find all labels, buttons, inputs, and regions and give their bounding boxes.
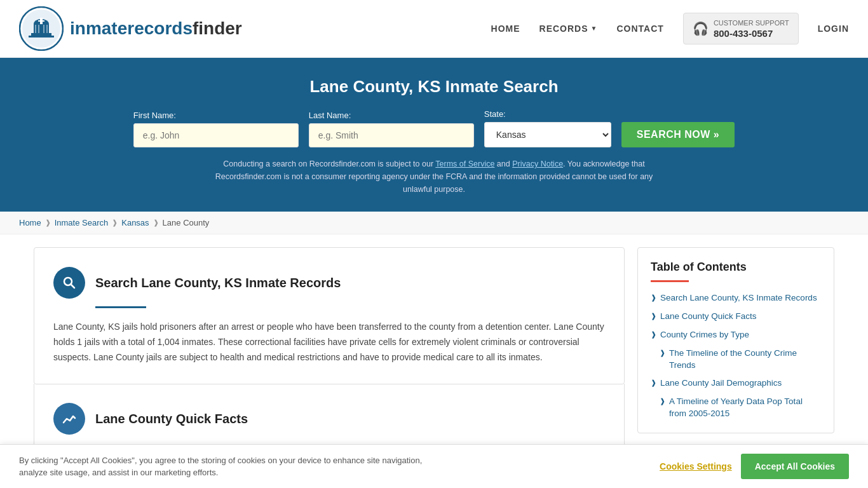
section1-underline — [95, 306, 146, 308]
table-of-contents: Table of Contents ❱ Search Lane County, … — [637, 247, 834, 433]
breadcrumb-sep-1: ❱ — [45, 219, 51, 227]
toc-chevron-2: ❱ — [651, 312, 656, 320]
svg-rect-9 — [38, 25, 39, 33]
section1-title: Search Lane County, KS Inmate Records — [95, 276, 341, 290]
search-button[interactable]: SEARCH NOW » — [621, 122, 735, 147]
nav-login[interactable]: LOGIN — [818, 24, 849, 34]
customer-support-label: CUSTOMER SUPPORT — [714, 18, 789, 27]
breadcrumb-kansas[interactable]: Kansas — [121, 218, 149, 227]
site-header: inmaterecordsfinder HOME RECORDS ▼ CONTA… — [0, 0, 868, 58]
breadcrumb-sep-2: ❱ — [112, 219, 118, 227]
toc-chevron-6: ❱ — [660, 397, 665, 405]
toc-link-1[interactable]: Search Lane County, KS Inmate Records — [660, 292, 817, 304]
state-select[interactable]: Kansas Alabama Alaska Arizona California… — [484, 122, 611, 147]
accept-cookies-button[interactable]: Accept All Cookies — [741, 454, 849, 468]
last-name-group: Last Name: — [309, 111, 474, 147]
logo-text-part1: inmaterecords — [70, 18, 193, 38]
toc-link-4[interactable]: The Timeline of the County Crime Trends — [669, 348, 821, 372]
logo-text-part2: finder — [193, 18, 242, 38]
breadcrumb-lane-county: Lane County — [163, 218, 210, 227]
main-nav: HOME RECORDS ▼ CONTACT 🎧 CUSTOMER SUPPOR… — [491, 13, 849, 44]
privacy-link[interactable]: Privacy Notice — [512, 159, 563, 168]
svg-rect-8 — [35, 25, 36, 33]
toc-underline — [651, 280, 689, 282]
first-name-group: First Name: — [133, 111, 299, 147]
section2-header: Lane County Quick Facts — [53, 403, 605, 435]
section2-title: Lane County Quick Facts — [95, 412, 248, 426]
toc-item-3: ❱ County Crimes by Type — [651, 329, 821, 341]
breadcrumb: Home ❱ Inmate Search ❱ Kansas ❱ Lane Cou… — [0, 212, 868, 234]
main-left: Search Lane County, KS Inmate Records La… — [34, 247, 625, 456]
search-form: First Name: Last Name: State: Kansas Ala… — [13, 109, 855, 147]
last-name-input[interactable] — [309, 123, 474, 147]
search-icon — [62, 275, 77, 290]
toc-chevron-4: ❱ — [660, 349, 665, 357]
hero-disclaimer: Conducting a search on Recordsfinder.com… — [205, 158, 663, 196]
headset-icon: 🎧 — [693, 21, 709, 36]
cookie-text: By clicking "Accept All Cookies", you ag… — [19, 454, 451, 469]
customer-support-box: 🎧 CUSTOMER SUPPORT 800-433-0567 — [683, 13, 799, 44]
section-inmate-records: Search Lane County, KS Inmate Records La… — [34, 247, 625, 384]
toc-link-3[interactable]: County Crimes by Type — [660, 329, 749, 341]
section1-body: Lane County, KS jails hold prisoners aft… — [53, 320, 605, 365]
nav-contact[interactable]: CONTACT — [616, 24, 663, 34]
first-name-input[interactable] — [133, 123, 299, 147]
toc-link-6[interactable]: A Timeline of Yearly Data Pop Total from… — [669, 396, 821, 420]
hero-section: Lane County, KS Inmate Search First Name… — [0, 58, 868, 212]
cookie-settings-button[interactable]: Cookies Settings — [660, 461, 732, 468]
toc-item-1: ❱ Search Lane County, KS Inmate Records — [651, 292, 821, 304]
svg-rect-11 — [46, 25, 48, 33]
logo-area: inmaterecordsfinder — [19, 6, 242, 51]
chart-icon — [62, 411, 77, 426]
svg-rect-4 — [31, 33, 51, 36]
logo-text: inmaterecordsfinder — [70, 18, 242, 39]
nav-records[interactable]: RECORDS ▼ — [539, 24, 598, 34]
toc-link-5[interactable]: Lane County Jail Demographics — [660, 377, 782, 390]
search-icon-circle — [53, 267, 85, 299]
section1-header: Search Lane County, KS Inmate Records — [53, 267, 605, 299]
nav-home[interactable]: HOME — [491, 24, 520, 34]
state-group: State: Kansas Alabama Alaska Arizona Cal… — [484, 109, 611, 147]
cookie-buttons: Cookies Settings Accept All Cookies — [660, 454, 849, 468]
svg-rect-7 — [38, 20, 44, 22]
toc-link-2[interactable]: Lane County Quick Facts — [660, 311, 757, 323]
svg-line-13 — [71, 285, 75, 288]
cookie-banner: By clicking "Accept All Cookies", you ag… — [0, 444, 868, 468]
main-content: Search Lane County, KS Inmate Records La… — [15, 234, 853, 468]
quick-facts-icon-circle — [53, 403, 85, 435]
hero-title: Lane County, KS Inmate Search — [13, 77, 855, 97]
last-name-label: Last Name: — [309, 111, 351, 120]
svg-rect-5 — [29, 36, 54, 37]
first-name-label: First Name: — [133, 111, 176, 120]
toc-item-5: ❱ Lane County Jail Demographics — [651, 377, 821, 390]
svg-rect-10 — [43, 25, 44, 33]
breadcrumb-home[interactable]: Home — [19, 218, 41, 227]
toc-list: ❱ Search Lane County, KS Inmate Records … — [651, 292, 821, 420]
chevron-down-icon: ▼ — [591, 25, 598, 32]
customer-support-phone: 800-433-0567 — [714, 28, 789, 39]
toc-title: Table of Contents — [651, 261, 821, 274]
toc-chevron-3: ❱ — [651, 330, 656, 339]
terms-link[interactable]: Terms of Service — [435, 159, 494, 168]
toc-item-2: ❱ Lane County Quick Facts — [651, 311, 821, 323]
toc-chevron-1: ❱ — [651, 294, 656, 302]
logo-icon — [19, 6, 64, 51]
toc-chevron-5: ❱ — [651, 379, 656, 387]
toc-item-4: ❱ The Timeline of the County Crime Trend… — [651, 348, 821, 372]
state-label: State: — [484, 109, 506, 119]
toc-item-6: ❱ A Timeline of Yearly Data Pop Total fr… — [651, 396, 821, 420]
breadcrumb-inmate-search[interactable]: Inmate Search — [55, 218, 109, 227]
breadcrumb-sep-3: ❱ — [153, 219, 159, 227]
